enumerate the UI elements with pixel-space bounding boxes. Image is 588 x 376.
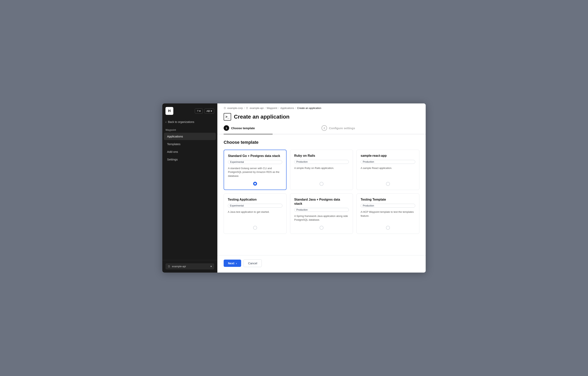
radio-ruby-rails [320, 182, 324, 186]
card-badge-testing-template: Production [361, 204, 415, 208]
card-title-testing-template: Testing Template [361, 198, 415, 202]
user-button[interactable]: AB ▾ [204, 108, 214, 114]
breadcrumb-applications[interactable]: Applications [280, 107, 294, 109]
content-area: Choose template Standard Go + Postgres d… [217, 134, 426, 255]
card-badge-sample-react: Production [361, 160, 415, 164]
card-title-testing-app: Testing Application [228, 198, 283, 202]
card-desc-java-postgres: A Spring framework Java application alon… [294, 214, 349, 222]
sidebar-item-applications[interactable]: Applications [164, 133, 216, 140]
card-radio-sample-react [361, 182, 415, 186]
help-icon: ? [197, 109, 198, 112]
template-card-java-postgres[interactable]: Standard Java + Postgres data stack Prod… [290, 193, 353, 234]
card-title-sample-react: sample-react-app [361, 154, 415, 158]
project-name: example-api [172, 265, 186, 268]
cancel-button[interactable]: Cancel [243, 259, 262, 267]
breadcrumb-file-icon-2: 🗋 [246, 107, 248, 109]
card-radio-testing-template [361, 226, 415, 230]
step-1-label: Choose template [231, 127, 255, 130]
sidebar-item-applications-label: Applications [167, 135, 183, 138]
card-desc-ruby-rails: A simple Ruby on Rails application. [294, 166, 349, 178]
footer-actions: Next › Cancel [217, 255, 426, 273]
radio-sample-react [386, 182, 390, 186]
sidebar-item-templates-label: Templates [167, 142, 180, 146]
logo: H [166, 107, 173, 115]
project-chevron-down-icon: ▾ [210, 265, 212, 268]
breadcrumb: 🗋 example-corp / 🗋 example-api / Waypoin… [217, 103, 426, 109]
card-badge-java-postgres: Production [294, 208, 349, 212]
breadcrumb-example-corp[interactable]: example-corp [227, 107, 243, 109]
breadcrumb-sep-2: / [265, 107, 265, 109]
chevron-right-icon: › [236, 262, 237, 265]
card-desc-sample-react: A sample React application. [361, 166, 415, 178]
breadcrumb-sep-4: / [295, 107, 296, 109]
step-2: 2 Configure settings [322, 125, 419, 134]
chevron-left-icon: ‹ [166, 120, 167, 123]
project-file-icon: 🗋 [168, 265, 170, 268]
step-1: 1 Choose template [224, 125, 322, 134]
radio-testing-app [253, 226, 257, 230]
sidebar: H ? ▾ AB ▾ ‹ Back to organizations Waypo… [162, 103, 217, 273]
template-card-go-postgres[interactable]: Standard Go + Postgres data stack Experi… [224, 150, 286, 190]
sidebar-item-templates[interactable]: Templates [164, 140, 216, 148]
card-title-java-postgres: Standard Java + Postgres data stack [294, 198, 349, 206]
card-title-ruby-rails: Ruby on Rails [294, 154, 349, 158]
page-header: >_ Create an application [217, 109, 426, 120]
card-desc-go-postgres: A standard Golang server with CLI and Po… [228, 166, 282, 178]
stepper: 1 Choose template 2 Configure settings [217, 120, 426, 134]
card-radio-ruby-rails [294, 182, 349, 186]
breadcrumb-waypoint[interactable]: Waypoint [267, 107, 277, 109]
help-button[interactable]: ? ▾ [195, 108, 203, 114]
next-button[interactable]: Next › [224, 259, 241, 267]
sidebar-item-settings[interactable]: Settings [164, 156, 216, 163]
template-card-testing-app[interactable]: Testing Application Experimental A Java … [224, 193, 286, 234]
card-title-go-postgres: Standard Go + Postgres data stack [228, 154, 282, 158]
template-grid: Standard Go + Postgres data stack Experi… [224, 150, 419, 234]
terminal-icon: >_ [224, 113, 231, 120]
template-card-ruby-rails[interactable]: Ruby on Rails Production A simple Ruby o… [290, 150, 353, 190]
radio-go-postgres [253, 182, 257, 186]
next-label: Next [228, 262, 234, 265]
back-link-label: Back to organizations [168, 120, 194, 123]
step-2-num: 2 [322, 125, 327, 131]
sidebar-nav: Applications Templates Add-ons Settings [162, 133, 217, 260]
breadcrumb-sep-3: / [278, 107, 279, 109]
card-radio-java-postgres [294, 226, 349, 230]
main-content: 🗋 example-corp / 🗋 example-api / Waypoin… [217, 103, 426, 273]
card-badge-go-postgres: Experimental [228, 160, 282, 164]
project-selector[interactable]: 🗋 example-api ▾ [166, 263, 214, 269]
step-2-label: Configure settings [329, 127, 355, 130]
sidebar-item-settings-label: Settings [167, 158, 178, 161]
section-title: Choose template [224, 140, 419, 145]
sidebar-section-label: Waypoint [162, 128, 217, 133]
user-chevron: ▾ [211, 109, 212, 112]
card-badge-ruby-rails: Production [294, 160, 349, 164]
help-chevron: ▾ [199, 109, 201, 112]
card-badge-testing-app: Experimental [228, 204, 283, 208]
back-to-organizations-link[interactable]: ‹ Back to organizations [162, 118, 217, 128]
card-radio-testing-app [228, 226, 283, 230]
page-title: Create an application [234, 114, 289, 120]
user-label: AB [207, 109, 210, 112]
sidebar-item-addons[interactable]: Add-ons [164, 148, 216, 155]
breadcrumb-example-api[interactable]: example-api [250, 107, 263, 109]
step-1-num: 1 [224, 125, 229, 131]
breadcrumb-current: Create an application [297, 107, 321, 109]
breadcrumb-sep-1: / [244, 107, 245, 109]
template-card-testing-template[interactable]: Testing Template Production A HCP Waypoi… [357, 193, 419, 234]
breadcrumb-file-icon: 🗋 [224, 107, 226, 109]
card-radio-go-postgres [228, 182, 282, 186]
sidebar-item-addons-label: Add-ons [167, 150, 178, 153]
radio-java-postgres [320, 226, 324, 230]
card-desc-testing-template: A HCP Waypoint template to test the temp… [361, 210, 415, 222]
card-desc-testing-app: A Java test application to get started. [228, 210, 283, 222]
template-card-sample-react[interactable]: sample-react-app Production A sample Rea… [357, 150, 419, 190]
radio-testing-template [386, 226, 390, 230]
